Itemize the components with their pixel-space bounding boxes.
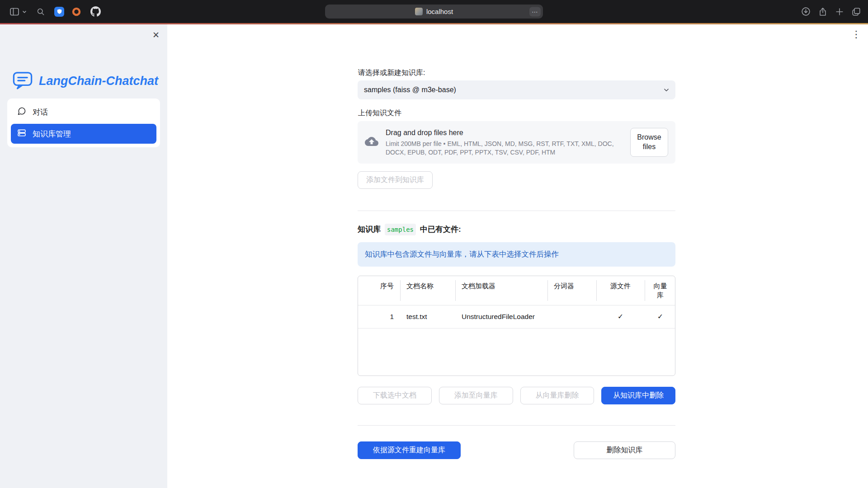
divider (358, 211, 675, 211)
uploader-limit-text: Limit 200MB per file • EML, HTML, JSON, … (386, 140, 618, 157)
search-icon[interactable] (36, 7, 45, 16)
screen: localhost ⋯ ✕ (0, 0, 868, 488)
table-header-splitter: 分词器 (547, 276, 596, 305)
table-row[interactable]: 1 test.txt UnstructuredFileLoader ✓ ✓ (358, 305, 675, 328)
github-icon[interactable] (90, 6, 101, 17)
kb-heading-prefix: 知识库 (358, 225, 381, 235)
select-chevron-down-icon (662, 86, 670, 94)
sidebar-toggle-icon[interactable] (9, 6, 20, 17)
browser-toolbar: localhost ⋯ (0, 0, 868, 23)
tab-overview-icon[interactable] (851, 7, 861, 17)
cell-vector-check-icon: ✓ (645, 305, 675, 328)
info-banner: 知识库中包含源文件与向量库，请从下表中选择文件后操作 (358, 242, 675, 267)
table-header-index: 序号 (358, 276, 400, 305)
table-header-row: 序号 文档名称 文档加载器 分词器 源文件 向量库 (358, 276, 675, 305)
knowledge-base-icon (17, 128, 26, 140)
kb-selectbox[interactable]: samples (faiss @ m3e-base) (358, 80, 675, 99)
table-header-vector: 向量库 (645, 276, 675, 305)
remove-from-vectorstore-button[interactable]: 从向量库删除 (520, 387, 594, 404)
downloads-icon[interactable] (801, 6, 811, 17)
uploader-text: Drag and drop files here Limit 200MB per… (386, 128, 618, 157)
table-header-docname: 文档名称 (400, 276, 455, 305)
sidebar-item-label: 知识库管理 (33, 129, 71, 139)
sidebar-close-icon[interactable]: ✕ (150, 28, 162, 41)
extension-shield-icon[interactable] (54, 7, 64, 17)
kb-select-label: 请选择或新建知识库: (358, 68, 675, 77)
kb-files-heading: 知识库 samples 中已有文件: (358, 224, 675, 235)
main-content: ⋮ 请选择或新建知识库: samples (faiss @ m3e-base) … (167, 24, 868, 488)
site-favicon (415, 8, 423, 15)
new-tab-icon[interactable] (835, 7, 844, 17)
chat-bubble-icon (17, 107, 26, 118)
divider (358, 425, 675, 426)
app-logo: LangChain-Chatchat (12, 70, 158, 92)
logo-chat-icon (12, 70, 33, 92)
cell-docname: test.txt (400, 305, 455, 328)
share-icon[interactable] (818, 7, 828, 17)
uploader-drag-text: Drag and drop files here (386, 128, 618, 137)
cell-loader: UnstructuredFileLoader (455, 305, 547, 328)
file-action-buttons: 下载选中文档 添加至向量库 从向量库删除 从知识库中删除 (358, 387, 675, 404)
table-empty-area (358, 328, 675, 375)
cloud-upload-icon (365, 135, 378, 150)
table-header-source: 源文件 (596, 276, 645, 305)
cell-index: 1 (358, 305, 400, 328)
toolbar-right-group (801, 6, 868, 17)
logo-text: LangChain-Chatchat (39, 74, 158, 88)
cell-splitter (547, 305, 596, 328)
extension-ring-icon[interactable] (71, 7, 81, 17)
delete-kb-button[interactable]: 删除知识库 (574, 441, 675, 459)
file-uploader-dropzone[interactable]: Drag and drop files here Limit 200MB per… (358, 121, 675, 164)
chevron-down-icon[interactable] (22, 9, 27, 14)
table-header-loader: 文档加载器 (455, 276, 547, 305)
download-selected-button[interactable]: 下载选中文档 (358, 387, 432, 404)
address-more-icon[interactable]: ⋯ (529, 7, 541, 16)
rebuild-vectorstore-button[interactable]: 依据源文件重建向量库 (358, 441, 461, 459)
add-files-button[interactable]: 添加文件到知识库 (358, 171, 433, 189)
sidebar: ✕ LangChain-Chatchat 对话 (0, 24, 167, 488)
content-column: 请选择或新建知识库: samples (faiss @ m3e-base) 上传… (358, 68, 675, 459)
address-bar[interactable]: localhost ⋯ (325, 5, 543, 19)
sidebar-item-knowledge-base[interactable]: 知识库管理 (11, 124, 156, 144)
address-url: localhost (426, 8, 453, 15)
app-page: ✕ LangChain-Chatchat 对话 (0, 24, 868, 488)
kb-files-table: 序号 文档名称 文档加载器 分词器 源文件 向量库 1 test.txt Uns… (358, 276, 675, 376)
sidebar-menu: 对话 知识库管理 (7, 99, 160, 147)
upload-label: 上传知识文件 (358, 108, 675, 117)
add-to-vectorstore-button[interactable]: 添加至向量库 (439, 387, 513, 404)
kb-heading-suffix: 中已有文件: (420, 225, 461, 235)
toolbar-left-group (0, 6, 101, 17)
sidebar-item-dialogue[interactable]: 对话 (11, 102, 156, 122)
main-menu-kebab-icon[interactable]: ⋮ (850, 28, 863, 41)
kb-selectbox-value: samples (faiss @ m3e-base) (364, 86, 456, 94)
browse-files-button[interactable]: Browse files (630, 128, 668, 157)
kb-bottom-buttons: 依据源文件重建向量库 删除知识库 (358, 441, 675, 459)
kb-name-code: samples (385, 224, 416, 235)
info-banner-text: 知识库中包含源文件与向量库，请从下表中选择文件后操作 (365, 249, 559, 259)
sidebar-item-label: 对话 (33, 107, 48, 117)
delete-from-kb-button[interactable]: 从知识库中删除 (601, 387, 675, 404)
cell-source-check-icon: ✓ (596, 305, 645, 328)
